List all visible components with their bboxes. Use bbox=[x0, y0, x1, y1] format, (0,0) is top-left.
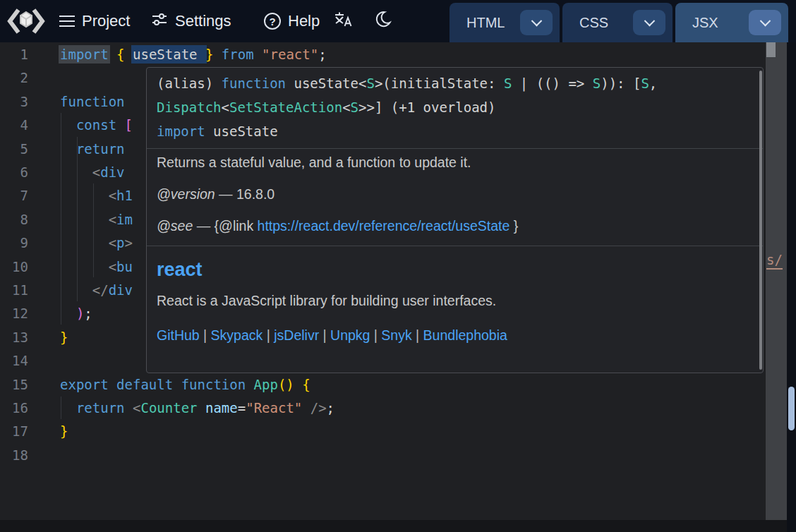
line-number: 17 bbox=[0, 420, 28, 444]
package-link-snyk[interactable]: Snyk bbox=[381, 327, 411, 343]
tooltip-scrollbar-thumb[interactable] bbox=[759, 71, 762, 370]
tab-css[interactable]: CSS bbox=[562, 3, 673, 42]
editor-scrollbar-track[interactable] bbox=[766, 42, 787, 520]
code-line-11[interactable]: </div bbox=[60, 279, 133, 303]
package-name: react bbox=[157, 258, 753, 282]
page-scrollbar-thumb[interactable] bbox=[788, 387, 795, 430]
line-number: 10 bbox=[0, 255, 28, 279]
signature-line: import useState bbox=[157, 119, 753, 143]
tab-label: HTML bbox=[466, 15, 505, 31]
top-nav: Project Settings ? Help bbox=[0, 0, 796, 42]
line-number: 15 bbox=[0, 373, 28, 397]
code-line-13[interactable]: } bbox=[60, 326, 68, 350]
package-description: React is a JavaScript library for buildi… bbox=[157, 293, 753, 309]
settings-menu-label: Settings bbox=[175, 12, 231, 30]
line-number: 1 bbox=[0, 43, 28, 67]
line-number: 2 bbox=[0, 66, 28, 90]
editor-bottom-gutter bbox=[0, 520, 787, 532]
translate-icon bbox=[333, 10, 353, 32]
code-line-10[interactable]: <bu bbox=[60, 255, 133, 279]
line-number: 13 bbox=[0, 326, 28, 350]
line-number: 11 bbox=[0, 279, 28, 303]
menu-icon bbox=[59, 16, 75, 27]
link-separator: | bbox=[370, 327, 381, 343]
chevron-down-icon bbox=[531, 15, 542, 26]
link-separator: | bbox=[200, 327, 211, 343]
tooltip-description: Returns a stateful value, and a function… bbox=[157, 155, 753, 171]
link-separator: | bbox=[319, 327, 330, 343]
signature-line: (alias) function useState<S>(initialStat… bbox=[157, 71, 753, 95]
code-line-6[interactable]: <div bbox=[60, 161, 125, 185]
tooltip-package-info: react React is a JavaScript library for … bbox=[147, 258, 763, 348]
usestate-doc-link[interactable]: https://react.dev/reference/react/useSta… bbox=[258, 218, 510, 234]
tooltip-see-row: @see — {@link https://react.dev/referenc… bbox=[157, 218, 753, 234]
code-line-8[interactable]: <im bbox=[60, 208, 133, 232]
chevron-down-icon bbox=[644, 15, 655, 26]
help-menu[interactable]: ? Help bbox=[264, 0, 320, 42]
line-number: 6 bbox=[0, 161, 28, 185]
translate-button[interactable] bbox=[333, 0, 353, 42]
tab-html[interactable]: HTML bbox=[450, 3, 560, 42]
code-line-1[interactable]: import { useState } from "react"; bbox=[60, 43, 327, 67]
code-line-9[interactable]: <p> bbox=[60, 231, 133, 255]
line-number: 14 bbox=[0, 349, 28, 373]
tooltip-docs: Returns a stateful value, and a function… bbox=[147, 149, 763, 246]
package-link-skypack[interactable]: Skypack bbox=[211, 327, 263, 343]
project-menu-label: Project bbox=[82, 12, 130, 30]
line-number: 3 bbox=[0, 90, 28, 114]
help-circle-icon: ? bbox=[264, 13, 281, 30]
page-scrollbar-track[interactable] bbox=[787, 42, 796, 532]
editor-tabs: HTMLCSSJSX bbox=[450, 3, 788, 42]
code-line-4[interactable]: const [ bbox=[60, 114, 133, 138]
moon-icon bbox=[374, 10, 392, 32]
help-menu-label: Help bbox=[288, 12, 320, 30]
line-number: 16 bbox=[0, 397, 28, 421]
tab-label: JSX bbox=[692, 15, 718, 31]
package-link-github[interactable]: GitHub bbox=[157, 327, 200, 343]
link-separator: | bbox=[263, 327, 274, 343]
signature-line: Dispatch<SetStateAction<S>>] (+1 overloa… bbox=[157, 95, 753, 119]
app-logo-icon[interactable] bbox=[6, 6, 47, 39]
code-line-5[interactable]: return bbox=[60, 138, 125, 162]
tooltip-divider bbox=[147, 246, 763, 246]
code-line-12[interactable]: ); bbox=[60, 302, 92, 326]
code-line-15[interactable]: export default function App() { bbox=[60, 373, 310, 397]
tab-jsx-dropdown-button[interactable] bbox=[749, 10, 781, 35]
tab-css-dropdown-button[interactable] bbox=[633, 10, 665, 35]
link-separator: | bbox=[412, 327, 423, 343]
settings-menu[interactable]: Settings bbox=[151, 0, 231, 42]
code-line-7[interactable]: <h1 bbox=[60, 184, 133, 208]
tooltip-signature: (alias) function useState<S>(initialStat… bbox=[147, 68, 763, 148]
package-links: GitHub | Skypack | jsDelivr | Unpkg | Sn… bbox=[157, 327, 753, 344]
package-link-unpkg[interactable]: Unpkg bbox=[330, 327, 370, 343]
editor-scrollbar-thumb[interactable] bbox=[766, 42, 776, 57]
line-number: 9 bbox=[0, 231, 28, 255]
line-number: 18 bbox=[0, 444, 28, 468]
code-line-17[interactable]: } bbox=[60, 420, 68, 444]
line-number: 5 bbox=[0, 138, 28, 162]
tab-label: CSS bbox=[579, 15, 608, 31]
sliders-icon bbox=[151, 11, 168, 32]
project-menu[interactable]: Project bbox=[59, 0, 130, 42]
hover-tooltip: (alias) function useState<S>(initialStat… bbox=[146, 67, 764, 373]
tab-jsx[interactable]: JSX bbox=[675, 3, 788, 42]
code-line-3[interactable]: function bbox=[60, 90, 125, 114]
line-number: 12 bbox=[0, 302, 28, 326]
line-number: 7 bbox=[0, 184, 28, 208]
chevron-down-icon bbox=[759, 15, 771, 26]
package-link-bundlephobia[interactable]: Bundlephobia bbox=[423, 327, 507, 343]
tab-html-dropdown-button[interactable] bbox=[520, 10, 553, 35]
app-window: Project Settings ? Help bbox=[0, 0, 796, 532]
tooltip-version-row: @version — 16.8.0 bbox=[157, 186, 753, 202]
code-line-16[interactable]: return <Counter name="React" />; bbox=[60, 397, 334, 421]
package-link-jsdelivr[interactable]: jsDelivr bbox=[274, 327, 319, 343]
line-number: 4 bbox=[0, 114, 28, 138]
dark-mode-toggle[interactable] bbox=[374, 0, 392, 42]
line-number: 8 bbox=[0, 208, 28, 232]
